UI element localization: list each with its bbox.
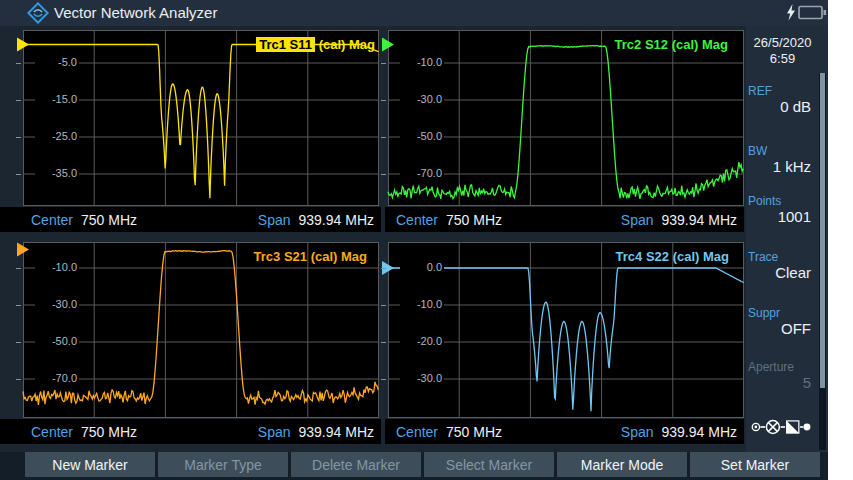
center-value: 750 MHz: [446, 212, 502, 228]
trace-name: (cal) Mag: [315, 37, 375, 52]
param-value: 1001: [746, 208, 828, 226]
y-axis-tick-mark: [16, 268, 21, 269]
softkey-marker-mode[interactable]: Marker Mode: [557, 452, 687, 477]
param-value: 0 dB: [746, 98, 828, 116]
span-value: 939.94 MHz: [299, 212, 374, 228]
freq-strip-s12: Center750 MHz Span939.94 MHz: [385, 207, 744, 232]
quadrant-s22: Trc4 S22 (cal) Mag 0.0-10.0-20.0-30.0 Ce…: [385, 242, 744, 444]
softkey-select-marker[interactable]: Select Marker: [424, 452, 554, 477]
center-value: 750 MHz: [81, 212, 137, 228]
plot-s21[interactable]: Trc3 S21 (cal) Mag -10.0-30.0-50.0-70.0: [23, 242, 379, 418]
y-axis-tick-mark: [381, 174, 386, 175]
center-frequency[interactable]: Center750 MHz: [31, 212, 137, 228]
param-value: 1 kHz: [746, 158, 828, 176]
y-axis-tick-mark: [381, 100, 386, 101]
quadrant-s12: Trc2 S12 (cal) Mag -10.0-30.0-50.0-70.0 …: [385, 30, 744, 232]
param-value: OFF: [746, 320, 828, 338]
plot-s11[interactable]: Trc1 S11 (cal) Mag -5.0-15.0-25.0-35.0: [23, 30, 379, 206]
span-frequency[interactable]: Span939.94 MHz: [621, 424, 737, 440]
trace-label-trc2[interactable]: Trc2 S12 (cal) Mag: [615, 37, 728, 52]
center-label: Center: [396, 424, 438, 440]
param-value: 5: [746, 374, 828, 392]
y-axis-tick-label: 0.0: [400, 261, 444, 274]
scrollbar-thumb[interactable]: [820, 73, 825, 388]
param-label: Trace: [746, 250, 828, 264]
y-axis-tick-mark: [16, 174, 21, 175]
span-frequency[interactable]: Span939.94 MHz: [258, 212, 374, 228]
y-axis-tick-mark: [16, 100, 21, 101]
span-value: 939.94 MHz: [662, 212, 737, 228]
param-bw[interactable]: BW1 kHz: [746, 144, 828, 176]
y-axis-tick-label: -70.0: [35, 372, 79, 385]
trace-name: Trc3 S21 (cal) Mag: [254, 249, 367, 264]
center-label: Center: [31, 212, 73, 228]
charging-icon: [786, 4, 796, 21]
param-suppr[interactable]: SupprOFF: [746, 306, 828, 338]
battery-icon: [798, 4, 827, 21]
center-frequency[interactable]: Center750 MHz: [31, 424, 137, 440]
center-label: Center: [396, 212, 438, 228]
rohde-schwarz-logo-icon: [27, 2, 49, 24]
y-axis-tick-label: -15.0: [35, 93, 79, 106]
plot-s22[interactable]: Trc4 S22 (cal) Mag 0.0-10.0-20.0-30.0: [388, 242, 744, 418]
center-value: 750 MHz: [446, 424, 502, 440]
span-value: 939.94 MHz: [299, 424, 374, 440]
port-diagram-icon: [751, 416, 811, 438]
softkey-new-marker[interactable]: New Marker: [25, 452, 155, 477]
y-axis-tick-label: -10.0: [35, 261, 79, 274]
softkey-delete-marker[interactable]: Delete Marker: [291, 452, 421, 477]
param-label: REF: [746, 84, 828, 98]
y-axis-tick-label: -30.0: [400, 372, 444, 385]
span-frequency[interactable]: Span939.94 MHz: [258, 424, 374, 440]
span-label: Span: [621, 424, 654, 440]
y-axis-tick-mark: [381, 137, 386, 138]
y-axis-tick-label: -5.0: [35, 56, 79, 69]
y-axis-tick-mark: [16, 137, 21, 138]
y-axis-tick-mark: [381, 305, 386, 306]
time-display: 6:59: [746, 51, 819, 67]
trace-label-trc3[interactable]: Trc3 S21 (cal) Mag: [254, 249, 367, 264]
y-axis-tick-label: -30.0: [35, 298, 79, 311]
y-axis-tick-mark: [16, 379, 21, 380]
center-frequency[interactable]: Center750 MHz: [396, 212, 502, 228]
y-axis-tick-mark: [16, 305, 21, 306]
trace-label-trc4[interactable]: Trc4 S22 (cal) Mag: [616, 249, 729, 264]
y-axis-tick-label: -20.0: [400, 335, 444, 348]
y-axis-tick-label: -70.0: [400, 167, 444, 180]
param-label: Aperture: [746, 360, 828, 374]
param-aperture[interactable]: Aperture5: [746, 360, 828, 392]
span-label: Span: [258, 424, 291, 440]
span-frequency[interactable]: Span939.94 MHz: [621, 212, 737, 228]
plot-s12[interactable]: Trc2 S12 (cal) Mag -10.0-30.0-50.0-70.0: [388, 30, 744, 206]
param-points[interactable]: Points1001: [746, 194, 828, 226]
center-value: 750 MHz: [81, 424, 137, 440]
status-icons: [786, 4, 827, 21]
param-label: Points: [746, 194, 828, 208]
softkey-set-marker[interactable]: Set Marker: [690, 452, 820, 477]
trace-name: Trc4 S22 (cal) Mag: [616, 249, 729, 264]
center-frequency[interactable]: Center750 MHz: [396, 424, 502, 440]
y-axis-tick-mark: [381, 268, 386, 269]
trace-name: Trc2 S12 (cal) Mag: [615, 37, 728, 52]
y-axis-tick-mark: [381, 342, 386, 343]
span-label: Span: [258, 212, 291, 228]
y-axis-tick-label: -10.0: [400, 298, 444, 311]
vna-screen: Vector Network Analyzer Trc1 S11 (cal) M…: [0, 0, 828, 480]
sidebar-scrollbar[interactable]: [819, 73, 826, 450]
param-ref[interactable]: REF0 dB: [746, 84, 828, 116]
freq-strip-s22: Center750 MHz Span939.94 MHz: [385, 419, 744, 444]
param-trace[interactable]: TraceClear: [746, 250, 828, 282]
param-label: Suppr: [746, 306, 828, 320]
y-axis-tick-label: -35.0: [35, 167, 79, 180]
y-axis-tick-label: -25.0: [35, 130, 79, 143]
parameter-sidebar: 26/5/2020 6:59 REF0 dB BW1 kHz Points100…: [746, 26, 828, 452]
y-axis-tick-label: -50.0: [35, 335, 79, 348]
y-axis-tick-label: -10.0: [400, 56, 444, 69]
softkey-bar: New Marker Marker Type Delete Marker Sel…: [0, 452, 828, 480]
param-label: BW: [746, 144, 828, 158]
trace-label-trc1[interactable]: Trc1 S11 (cal) Mag: [256, 37, 375, 52]
y-axis-tick-mark: [381, 379, 386, 380]
center-label: Center: [31, 424, 73, 440]
softkey-marker-type[interactable]: Marker Type: [158, 452, 288, 477]
y-axis-tick-label: -30.0: [400, 93, 444, 106]
